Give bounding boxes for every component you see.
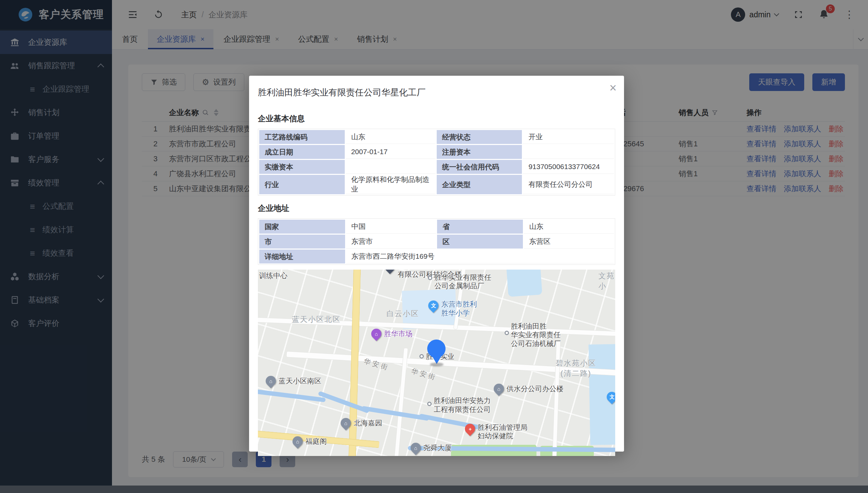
map-area-label: 文苑小 xyxy=(599,271,616,291)
map-poi: + 胜利石油管理局妇幼保健院 xyxy=(464,423,528,440)
map-area-label: 碧水苑小区(清二路) xyxy=(549,358,603,379)
modal-title: 胜利油田胜华实业有限责任公司华星化工厂 xyxy=(258,76,615,98)
map-poi: ⌂ 福庭阁 xyxy=(292,436,327,450)
house-pin-icon: ⌂ xyxy=(290,434,305,448)
map-ring-marker-icon xyxy=(419,354,424,359)
house-pin-icon: ⌂ xyxy=(339,416,353,430)
map-poi: ⌂ 北海嘉园 xyxy=(340,417,382,432)
detail-address-value: 东营市西二路华安街169号 xyxy=(346,250,614,263)
map-poi: 训练中心 xyxy=(259,271,287,280)
map-poi: ⌂ 供水分公司办公楼 xyxy=(493,383,564,397)
map-poi: ⌂ 胜华市场 xyxy=(371,328,413,342)
close-icon[interactable]: × xyxy=(609,82,617,94)
address-heading: 企业地址 xyxy=(258,203,615,214)
basic-info-heading: 企业基本信息 xyxy=(258,113,615,124)
basic-info-table: 工艺路线编码 山东 经营状态 开业 成立日期 2007-01-17 注册资本 实… xyxy=(258,129,615,196)
map-poi: ⌂ 尧舜大厦 xyxy=(410,442,452,456)
map-ring-marker-icon xyxy=(427,402,432,406)
school-pin-icon: 文 xyxy=(604,390,615,404)
map-poi: ⌂ 蓝天小区南区 xyxy=(265,375,321,389)
market-pin-icon: ⌂ xyxy=(369,327,383,341)
house-pin-icon: ⌂ xyxy=(264,374,278,388)
map-area-label: 蓝天小区北区 xyxy=(292,314,341,325)
detail-address-label: 详细地址 xyxy=(259,250,345,263)
building-pin-icon: ⌂ xyxy=(492,382,506,396)
map-area-label: 白云小区 xyxy=(386,309,419,319)
map-river xyxy=(318,391,370,414)
map-street-label: 华安街 xyxy=(410,366,438,382)
map[interactable]: 白云小区 蓝天小区北区 碧水苑小区(清二路) 文苑小 华安街 华安街 训练中心 … xyxy=(258,270,615,456)
map-poi: 胜利油田华安热力工程有限责任公司 xyxy=(427,396,491,414)
map-poi: 胜利油田胜华实业有限责任公司石油机械厂 xyxy=(505,322,561,348)
map-poi: 胜华实业有限责任公司金属制品厂 xyxy=(428,273,491,290)
map-road xyxy=(394,348,408,456)
school-pin-icon: 文 xyxy=(426,298,440,313)
map-pond xyxy=(506,270,542,297)
map-ring-marker-icon xyxy=(428,276,432,280)
map-poi: 文 东营市胜利胜华小学 xyxy=(428,300,477,317)
map-main-location-pin xyxy=(427,340,446,366)
enterprise-detail-modal: × 胜利油田胜华实业有限责任公司华星化工厂 企业基本信息 工艺路线编码 山东 经… xyxy=(249,76,624,452)
hospital-pin-icon: + xyxy=(463,422,477,436)
map-pin-icon: ● xyxy=(382,270,397,274)
map-ring-marker-icon xyxy=(505,331,509,335)
map-river xyxy=(258,389,326,402)
map-road xyxy=(552,341,561,456)
address-table: 国家 中国 省 山东 市 东营市 区 东营区 详细地址 东营市西二路华安街169… xyxy=(258,218,615,265)
building-pin-icon: ⌂ xyxy=(408,441,422,455)
map-poi: 文 xyxy=(606,391,615,405)
